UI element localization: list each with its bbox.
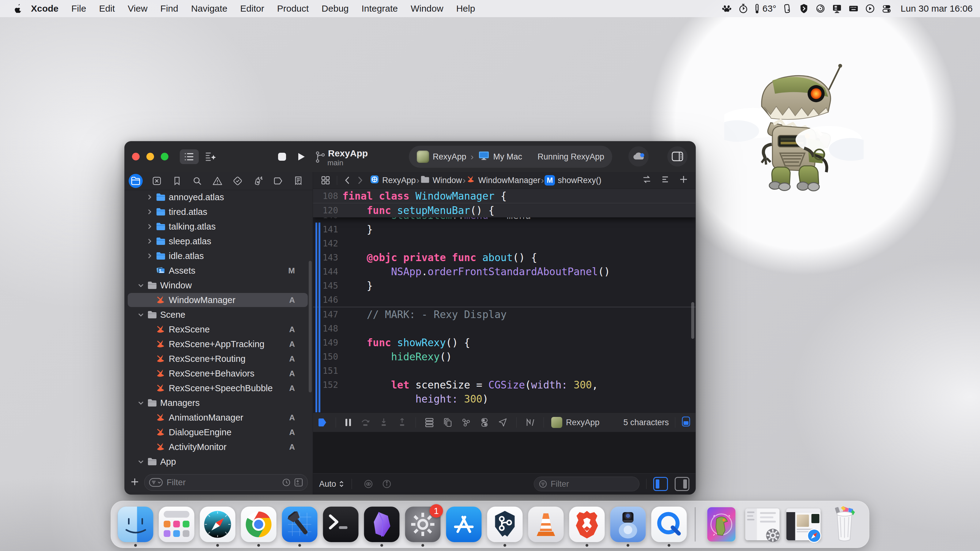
disclosure-right-icon[interactable] [145, 238, 154, 245]
tab-source-control[interactable] [147, 172, 167, 190]
file-tree-row-window[interactable]: Window [125, 278, 313, 293]
code-line-146[interactable]: 146 [313, 293, 695, 307]
file-tree-row-animationmanager[interactable]: AnimationManagerA [125, 410, 313, 425]
disclosure-down-icon[interactable] [136, 400, 145, 406]
menu-find[interactable]: Find [154, 3, 185, 14]
layers-debugger-button[interactable] [439, 417, 457, 428]
code-line-148[interactable]: 148 [313, 321, 695, 335]
dock-chrome[interactable] [241, 507, 277, 542]
apple-menu[interactable] [11, 2, 24, 15]
zoom-button[interactable] [161, 153, 169, 160]
code-review-button[interactable] [204, 150, 217, 164]
code-line-120[interactable]: 120 func setupMenuBar() { [313, 203, 695, 218]
step-into-button[interactable] [375, 417, 393, 428]
tab-find[interactable] [187, 172, 207, 190]
view-debugger-button[interactable] [420, 417, 439, 428]
disclosure-right-icon[interactable] [145, 223, 154, 230]
variables-scope-selector[interactable]: Auto [319, 480, 344, 489]
tab-reports[interactable] [288, 172, 309, 190]
dock-app-store[interactable] [446, 507, 482, 542]
run-button[interactable] [296, 152, 306, 162]
screen-mirroring-icon[interactable] [830, 2, 844, 15]
step-out-button[interactable] [393, 417, 411, 428]
code-line-147[interactable]: 147 // MARK: - Rexy Display [313, 307, 695, 321]
menu-editor[interactable]: Editor [234, 3, 270, 14]
disclosure-right-icon[interactable] [145, 194, 154, 200]
editor-scrollbar[interactable] [691, 302, 694, 339]
editor-layout-button[interactable] [667, 146, 687, 167]
code-line-151[interactable]: 151 [313, 364, 695, 378]
breadcrumb-window[interactable]: Window [420, 175, 462, 186]
file-tree-row-talking-atlas[interactable]: talking.atlas [125, 219, 313, 234]
breadcrumb-windowmanager[interactable]: WindowManager [466, 175, 541, 186]
dock-safari[interactable] [200, 507, 235, 542]
show-variables-view-toggle[interactable] [653, 477, 668, 491]
back-button[interactable] [341, 176, 354, 185]
tab-bookmarks[interactable] [167, 172, 187, 190]
adjust-editor-icon[interactable] [660, 174, 670, 187]
code-line-wrapped[interactable]: height: 300) [313, 392, 695, 406]
menu-debug[interactable]: Debug [315, 3, 355, 14]
device-preview-icon[interactable] [681, 416, 690, 429]
dock-q-player[interactable] [651, 507, 687, 542]
cloud-sync-button[interactable] [628, 146, 649, 167]
disclosure-down-icon[interactable] [136, 458, 145, 465]
dock-safari-window-thumb[interactable] [786, 507, 821, 542]
code-line-140[interactable]: 140 statusItem?.menu = menu [313, 218, 695, 222]
file-tree-row-assets[interactable]: AssetsM [125, 263, 313, 278]
scheme-selector[interactable]: RexyApp › My Mac Running RexyApp [409, 146, 612, 168]
forward-button[interactable] [354, 176, 367, 185]
file-tree-row-dialogueengine[interactable]: DialogueEngineA [125, 425, 313, 440]
file-tree-row-annoyed-atlas[interactable]: annoyed.atlas [125, 190, 313, 205]
disclosure-down-icon[interactable] [136, 311, 145, 318]
file-tree-row-rexscene-behaviors[interactable]: RexScene+BehaviorsA [125, 366, 313, 381]
dock-trash[interactable] [827, 507, 862, 542]
memory-graph-button[interactable] [457, 417, 475, 428]
file-tree-row-rexscene-speechbubble[interactable]: RexScene+SpeechBubbleA [125, 381, 313, 395]
dock-brave[interactable] [569, 507, 605, 542]
breadcrumb-showrexy-[interactable]: MshowRexy() [544, 175, 601, 186]
control-toggles-icon[interactable] [880, 2, 893, 15]
code-line-152[interactable]: 152 let sceneSize = CGSize(width: 300, [313, 378, 695, 392]
sidebar-scrollbar[interactable] [309, 261, 312, 392]
show-console-view-toggle[interactable] [675, 477, 689, 491]
pause-execution-button[interactable] [340, 418, 356, 427]
swap-editor-icon[interactable] [641, 174, 652, 187]
code-line-142[interactable]: 142 [313, 236, 695, 250]
code-line-150[interactable]: 150 hideRexy() [313, 349, 695, 364]
file-tree-row-scene[interactable]: Scene [125, 307, 313, 322]
code-line-144[interactable]: 144 NSApp.orderFrontStandardAboutPanel() [313, 265, 695, 279]
tab-issues[interactable] [207, 172, 228, 190]
quicklook-icon[interactable] [359, 479, 378, 489]
code-line-141[interactable]: 141 } [313, 222, 695, 236]
menu-file[interactable]: File [65, 3, 92, 14]
minimize-button[interactable] [146, 153, 154, 160]
tab-debug[interactable] [248, 172, 268, 190]
menu-navigate[interactable]: Navigate [185, 3, 234, 14]
menu-window[interactable]: Window [404, 3, 450, 14]
dock-vlc[interactable] [528, 507, 564, 542]
tab-breakpoints[interactable] [268, 172, 288, 190]
dock-camera-lens-app[interactable] [610, 507, 646, 542]
stack-frames-icon[interactable] [521, 417, 539, 428]
menu-view[interactable]: View [121, 3, 154, 14]
play-circle-icon[interactable] [863, 2, 877, 15]
console-filter-field[interactable]: Filter [534, 476, 640, 491]
file-tree-row-idle-atlas[interactable]: idle.atlas [125, 249, 313, 263]
code-line-145[interactable]: 145 } [313, 279, 695, 293]
file-tree-row-app[interactable]: App [125, 454, 313, 469]
menu-product[interactable]: Product [271, 3, 315, 14]
dock-obsidian[interactable] [364, 507, 400, 542]
related-items-icon[interactable] [318, 176, 333, 185]
code-line-149[interactable]: 149 func showRexy() { [313, 335, 695, 349]
stopwatch-icon[interactable] [737, 2, 750, 15]
file-tree-row-windowmanager[interactable]: WindowManagerA [125, 293, 313, 307]
dock-finder[interactable] [118, 507, 153, 542]
environment-overrides-button[interactable] [475, 417, 494, 428]
file-tree-row-rexscene[interactable]: RexSceneA [125, 322, 313, 337]
add-item-button[interactable] [130, 476, 140, 488]
simulate-location-button[interactable] [494, 417, 512, 428]
shield-arrow-icon[interactable] [797, 2, 811, 15]
step-over-button[interactable] [356, 417, 375, 428]
spiral-icon[interactable] [814, 2, 827, 15]
